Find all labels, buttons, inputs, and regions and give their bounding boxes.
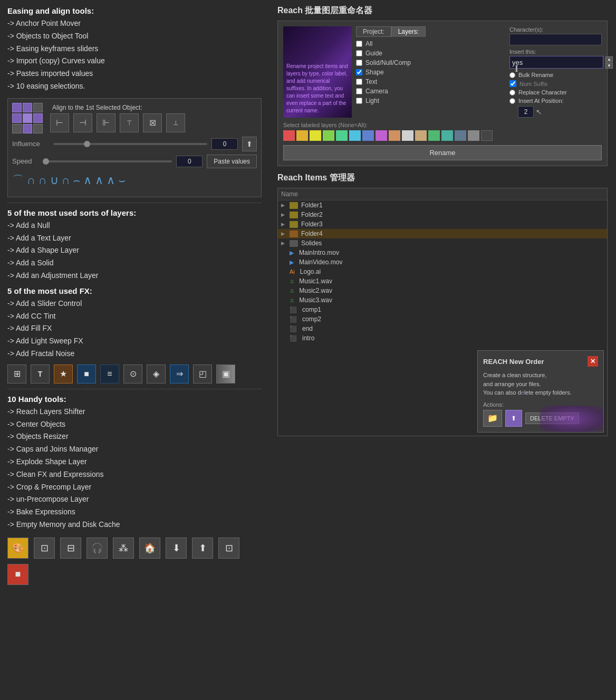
dot-5[interactable] (23, 113, 32, 123)
dot-8[interactable] (23, 124, 32, 133)
upload-button[interactable]: ⬆ (242, 137, 257, 151)
bottom-icon-1[interactable]: 🎨 (7, 538, 28, 559)
node-icon[interactable]: ⊙ (123, 365, 142, 383)
delete-empty-button[interactable]: DELETE EMPTY (525, 413, 579, 424)
tree-item-folder4[interactable]: ▶ Folder4 (278, 229, 607, 238)
checkbox-solid-input[interactable] (356, 60, 362, 66)
dot-9[interactable] (33, 124, 43, 133)
tree-item-folder1[interactable]: ▶ Folder1 (278, 200, 607, 210)
arrow-icon[interactable]: ⇒ (170, 365, 189, 383)
tree-item-mainintro[interactable]: ▶ MainIntro.mov (278, 248, 607, 257)
tree-item-comp1[interactable]: ⬛ comp1 (278, 305, 607, 314)
tree-item-music3[interactable]: ♫ Music3.wav (278, 295, 607, 305)
rename-button[interactable]: Rename (283, 145, 602, 160)
color-swatch-8[interactable] (376, 130, 387, 141)
tree-item-music1[interactable]: ♫ Music1.wav (278, 276, 607, 286)
curve-icon-9[interactable]: ∧ (107, 174, 115, 187)
bottom-icon-2[interactable]: ⊡ (34, 538, 55, 559)
dot-7[interactable] (12, 124, 22, 133)
dot-2[interactable] (23, 103, 32, 112)
stack-icon[interactable]: ≡ (100, 365, 119, 383)
dot-3[interactable] (33, 103, 43, 112)
tree-item-music2[interactable]: ♫ Music2.wav (278, 286, 607, 295)
pos-input[interactable] (518, 106, 534, 118)
influence-value[interactable]: 0 (211, 138, 238, 150)
curve-icon-1[interactable]: ⌒ (12, 172, 24, 188)
text-icon[interactable]: T (31, 365, 50, 383)
tree-item-solides[interactable]: ▶ Solides (278, 238, 607, 248)
curve-icon-4[interactable]: ∪ (50, 174, 59, 187)
bottom-icon-7[interactable]: ⬇ (166, 538, 187, 559)
checkbox-shape-input[interactable] (356, 69, 362, 75)
shape-icon[interactable]: ■ (77, 365, 96, 383)
bottom-icon-5[interactable]: ⁂ (113, 538, 134, 559)
curve-icon-10[interactable]: ⌣ (118, 174, 126, 187)
speed-slider[interactable] (43, 160, 172, 162)
color-swatch-15[interactable] (468, 130, 479, 141)
bottom-icon-9[interactable]: ⊡ (218, 538, 239, 559)
char-input[interactable] (509, 34, 602, 45)
curve-icon-8[interactable]: ∧ (95, 174, 103, 187)
influence-slider[interactable] (53, 143, 207, 145)
arrow-down-btn[interactable]: ▼ (605, 63, 613, 69)
bottom-icon-6[interactable]: 🏠 (139, 538, 160, 559)
color-swatch-13[interactable] (441, 130, 453, 141)
checkbox-guide-input[interactable] (356, 50, 362, 56)
speed-thumb[interactable] (43, 158, 49, 165)
color-swatch-12[interactable] (428, 130, 440, 141)
arrow-up-btn[interactable]: ▲ (605, 56, 613, 62)
checkbox-light-input[interactable] (356, 98, 362, 104)
checkbox-all-input[interactable] (356, 41, 362, 47)
tree-item-end[interactable]: ⬛ end (278, 324, 607, 333)
checkbox-numsuffix[interactable] (509, 80, 516, 87)
dot-6[interactable] (33, 113, 43, 123)
speed-value[interactable]: 0 (176, 156, 203, 167)
align-top-btn[interactable]: ⊤ (120, 113, 139, 132)
curve-icon-5[interactable]: ∩ (62, 174, 70, 187)
tree-item-mainvideo[interactable]: ▶ MainVideo.mov (278, 257, 607, 267)
checkbox-camera-input[interactable] (356, 88, 362, 94)
bottom-icon-10[interactable]: ■ (7, 564, 28, 585)
new-order-btn[interactable]: ⬆ (505, 410, 522, 427)
align-right-btn[interactable]: ⊩ (97, 113, 116, 132)
tree-item-logo[interactable]: Ai Logo.ai (278, 267, 607, 276)
align-bottom-btn[interactable]: ⊥ (166, 113, 185, 132)
star-icon[interactable]: ★ (54, 365, 73, 383)
color-swatch-6[interactable] (349, 130, 361, 141)
color-swatch-9[interactable] (389, 130, 400, 141)
curve-icon-6[interactable]: ⌢ (73, 174, 80, 187)
close-popup-button[interactable]: ✕ (588, 356, 598, 367)
influence-thumb[interactable] (84, 141, 90, 147)
color-swatch-7[interactable] (362, 130, 374, 141)
fill-icon[interactable]: ◈ (147, 365, 166, 383)
bottom-icon-8[interactable]: ⬆ (192, 538, 213, 559)
align-center-h-btn[interactable]: ⊣ (73, 113, 92, 132)
align-center-v-btn[interactable]: ⊠ (143, 113, 162, 132)
color-swatch-4[interactable] (323, 130, 334, 141)
gradient-icon[interactable]: ▣ (216, 365, 235, 383)
tree-item-comp2[interactable]: ⬛ comp2 (278, 314, 607, 324)
curve-icon-3[interactable]: ∩ (38, 174, 47, 187)
target-icon[interactable]: ⊞ (7, 365, 26, 383)
insert-input[interactable] (509, 56, 603, 69)
bottom-icon-4[interactable]: 🎧 (86, 538, 108, 559)
tree-item-folder3[interactable]: ▶ Folder3 (278, 219, 607, 229)
color-swatch-10[interactable] (402, 130, 413, 141)
align-left-btn[interactable]: ⊢ (50, 113, 69, 132)
tree-item-intro[interactable]: ⬛ intro (278, 333, 607, 343)
curve-icon-2[interactable]: ∩ (27, 174, 35, 187)
color-swatch-11[interactable] (415, 130, 427, 141)
checkbox-text-input[interactable] (356, 79, 362, 85)
color-swatch-14[interactable] (455, 130, 466, 141)
color-swatch-5[interactable] (336, 130, 348, 141)
tree-item-folder2[interactable]: ▶ Folder2 (278, 210, 607, 219)
tab-project[interactable]: Project: (356, 26, 391, 37)
color-swatch-16[interactable] (481, 130, 493, 141)
curve-icon-7[interactable]: ∧ (83, 174, 92, 187)
tab-layers[interactable]: Layers: (391, 26, 426, 37)
radio-insert-pos-input[interactable] (509, 98, 515, 104)
dot-4[interactable] (12, 113, 22, 123)
color-swatch-2[interactable] (296, 130, 308, 141)
color-swatch-1[interactable] (283, 130, 295, 141)
dot-1[interactable] (12, 103, 22, 112)
